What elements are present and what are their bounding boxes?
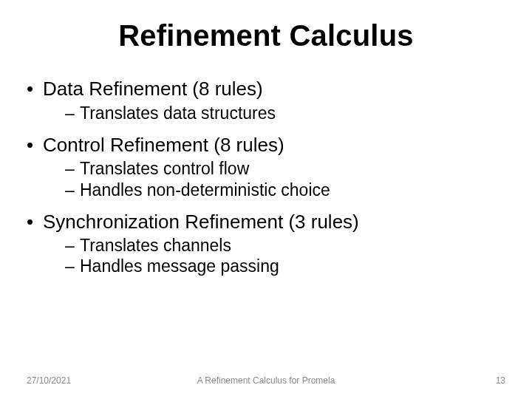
sub-bullet-list: –Translates channels –Handles message pa… [27,235,505,276]
bullet-list: •Data Refinement (8 rules) –Translates d… [27,78,505,276]
dash-icon: – [65,103,80,123]
sub-bullet-item: –Translates channels [65,235,505,256]
sub-bullet-item: –Handles non-deterministic choice [65,180,505,200]
bullet-label: Control Refinement (8 rules) [43,134,284,156]
bullet-item: •Synchronization Refinement (3 rules) –T… [27,211,505,277]
sub-bullet-item: –Handles message passing [65,256,505,276]
sub-bullet-label: Handles non-deterministic choice [80,180,330,200]
sub-bullet-item: –Translates data structures [65,103,505,123]
sub-bullet-list: –Translates data structures [27,103,505,123]
dash-icon: – [65,235,80,256]
slide-body: •Data Refinement (8 rules) –Translates d… [27,78,505,276]
bullet-item: •Data Refinement (8 rules) –Translates d… [27,78,505,123]
bullet-icon: • [27,78,43,101]
dash-icon: – [65,158,80,179]
sub-bullet-label: Translates control flow [80,159,249,178]
bullet-label: Synchronization Refinement (3 rules) [43,211,359,233]
bullet-item: •Control Refinement (8 rules) –Translate… [27,134,505,200]
dash-icon: – [65,256,80,276]
slide-title: Refinement Calculus [27,19,505,52]
slide-footer: 27/10/2021 A Refinement Calculus for Pro… [27,375,505,386]
bullet-icon: • [27,211,43,234]
bullet-label: Data Refinement (8 rules) [43,78,263,100]
slide: Refinement Calculus •Data Refinement (8 … [0,0,532,399]
sub-bullet-label: Translates data structures [80,103,276,123]
sub-bullet-list: –Translates control flow –Handles non-de… [27,158,505,200]
bullet-icon: • [27,134,43,157]
dash-icon: – [65,180,80,200]
sub-bullet-label: Handles message passing [80,256,279,276]
footer-title: A Refinement Calculus for Promela [27,375,505,386]
sub-bullet-label: Translates channels [80,236,231,255]
sub-bullet-item: –Translates control flow [65,158,505,179]
